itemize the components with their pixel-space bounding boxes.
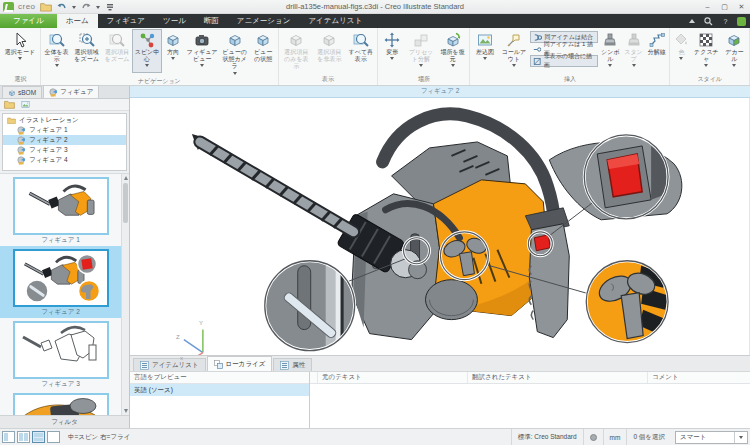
view-state-button[interactable]: ビューの状態	[249, 29, 277, 73]
title-bar: creo drill-a135e-manual-figs.c3di - Creo…	[0, 0, 750, 14]
fit-all-icon	[49, 31, 65, 48]
customize-toolbar-icon[interactable]	[104, 2, 116, 12]
column-source-text[interactable]: 元のテキスト	[318, 372, 468, 383]
folder-icon[interactable]	[4, 100, 15, 109]
ribbon-group-select: 選択モード 選択	[1, 28, 41, 85]
symbol-button[interactable]: シンボル	[599, 29, 622, 73]
view-state-camera-button[interactable]: ビューの状態カメラ	[220, 29, 250, 77]
thumbnail-figure-4[interactable]	[0, 390, 121, 415]
tree-item-figure-2[interactable]: フィギュア 2	[3, 135, 126, 145]
orientation-button[interactable]: 方向	[162, 29, 185, 73]
localize-table: 元のテキスト 翻訳されたテキスト コメント	[310, 372, 750, 428]
zoom-region-icon	[79, 31, 95, 48]
attributes-icon	[280, 361, 289, 370]
status-dot-icon	[590, 434, 597, 441]
close-button[interactable]: ✕	[733, 1, 750, 13]
tab-item-list[interactable]: アイテムリスト	[299, 14, 371, 28]
tab-figure-panel[interactable]: フィギュア	[43, 85, 99, 98]
tab-figure[interactable]: フィギュア	[98, 14, 154, 28]
zoom-region-button[interactable]: 選択領域をズーム	[71, 29, 101, 73]
tree-item-figure-1[interactable]: フィギュア 1	[3, 125, 126, 135]
open-folder-icon[interactable]	[40, 2, 52, 12]
ribbon-group-insert: 差込図 コールアウト 同アイテムは結合 同アイテムは 1 描画	[470, 28, 670, 85]
layout-horizontal-split-icon[interactable]	[32, 431, 45, 443]
color-button[interactable]: 色	[671, 29, 691, 73]
tab-animation[interactable]: アニメーション	[228, 14, 300, 28]
thumbnail-figure-3[interactable]: フィギュア 3	[0, 318, 121, 390]
texture-button[interactable]: テクスチャ	[691, 29, 721, 73]
decal-button[interactable]: デカール	[721, 29, 747, 73]
tab-home[interactable]: ホーム	[57, 14, 98, 28]
caret-icon	[390, 57, 394, 60]
filter-bar[interactable]: フィルタ	[0, 415, 129, 428]
ribbon-group-navigation: 全体を表示 選択領域をズーム 選択項目をズーム スピン中心	[41, 28, 279, 85]
layout-one-pane-icon[interactable]	[2, 431, 15, 443]
preset-explode-button[interactable]: プリセット分解	[405, 29, 437, 73]
canvas-viewport[interactable]: Y Z x	[130, 98, 750, 355]
maximize-button[interactable]: ▢	[716, 1, 733, 13]
redo-caret-icon[interactable]	[96, 6, 100, 9]
reshow-all-button[interactable]: すべて再表示	[346, 29, 376, 73]
scroll-up-icon[interactable]	[124, 176, 128, 180]
stamp-icon	[626, 31, 642, 48]
stamp-button[interactable]: スタンプ	[622, 29, 645, 73]
inset-figure-button[interactable]: 差込図	[471, 29, 498, 73]
help-icon[interactable]: ?	[720, 16, 731, 27]
hide-selected-button[interactable]: 選択項目を非表示	[313, 29, 346, 73]
triad-x-label: x	[180, 355, 183, 361]
canvas-column: フィギュア 2	[130, 86, 750, 428]
view-state-camera-icon	[227, 31, 243, 48]
draw-if-hidden-toggle[interactable]: 非表示の場合に描画	[530, 55, 597, 67]
callout-button[interactable]: コールアウト	[498, 29, 529, 73]
layout-two-column-icon[interactable]	[17, 431, 30, 443]
thumbnail-figure-1[interactable]: フィギュア 1	[0, 174, 121, 246]
caret-icon	[171, 57, 175, 60]
thumbnail-figure-2[interactable]: フィギュア 2	[0, 246, 121, 318]
transform-icon	[384, 31, 400, 48]
layout-single-icon[interactable]	[47, 431, 60, 443]
app-badge-icon[interactable]	[737, 17, 746, 26]
figure-view-button[interactable]: フィギュアビュー	[184, 29, 219, 73]
select-mode-button[interactable]: 選択モード	[2, 29, 38, 73]
search-icon[interactable]	[703, 16, 714, 27]
redo-icon[interactable]	[80, 2, 92, 12]
chevron-down-icon[interactable]	[734, 432, 747, 443]
ribbon-group-style: 色 テクスチャ デカール スタイル	[670, 28, 750, 85]
language-row-english-source[interactable]: 英語 (ソース)	[130, 384, 309, 396]
tab-attributes-panel[interactable]: 属性	[273, 358, 312, 371]
status-bar: 中=スピン 右=フライ 標準: Creo Standard mm 0 個を選択 …	[0, 428, 750, 445]
new-figure-icon[interactable]	[20, 100, 31, 109]
left-panel-toolbar	[0, 99, 129, 111]
column-comment[interactable]: コメント	[648, 372, 750, 383]
tree-item-figure-4[interactable]: フィギュア 4	[3, 155, 126, 165]
thumbnail-image	[13, 393, 109, 415]
tab-tools[interactable]: ツール	[154, 14, 195, 28]
tab-file[interactable]: ファイル	[0, 14, 57, 28]
scroll-down-icon[interactable]	[124, 409, 128, 413]
show-only-selected-button[interactable]: 選択項目のみを表示	[280, 29, 313, 73]
tab-localize-panel[interactable]: ローカライズ	[207, 356, 273, 371]
orientation-icon	[165, 31, 181, 48]
undo-caret-icon[interactable]	[72, 6, 76, 9]
spin-center-button[interactable]: スピン中心	[132, 29, 162, 73]
tab-section[interactable]: 断面	[195, 14, 228, 28]
tab-item-list-panel[interactable]: アイテムリスト	[133, 358, 206, 371]
restore-location-button[interactable]: 場所を復元	[437, 29, 469, 73]
tree-root-illustration[interactable]: イラストレーション	[3, 115, 126, 125]
tab-sbom[interactable]: sBOM	[2, 86, 42, 98]
transform-button[interactable]: 変形	[379, 29, 405, 73]
zoom-selected-button[interactable]: 選択項目をズーム	[102, 29, 132, 73]
decal-icon	[726, 31, 742, 48]
scrollbar-thumb[interactable]	[123, 183, 128, 223]
minimize-button[interactable]: –	[699, 1, 716, 13]
thumbnail-list: フィギュア 1	[0, 173, 129, 415]
undo-icon[interactable]	[56, 2, 68, 12]
thumbnail-scrollbar[interactable]	[121, 174, 129, 415]
selection-count: 0 個を選択	[626, 429, 671, 445]
fit-all-button[interactable]: 全体を表示	[42, 29, 72, 73]
tree-item-figure-3[interactable]: フィギュア 3	[3, 145, 126, 155]
explode-line-button[interactable]: 分解線	[645, 29, 668, 73]
column-translated-text[interactable]: 翻訳されたテキスト	[468, 372, 648, 383]
collapse-ribbon-icon[interactable]	[686, 16, 697, 27]
selection-filter-dropdown[interactable]: スマート	[675, 431, 748, 444]
